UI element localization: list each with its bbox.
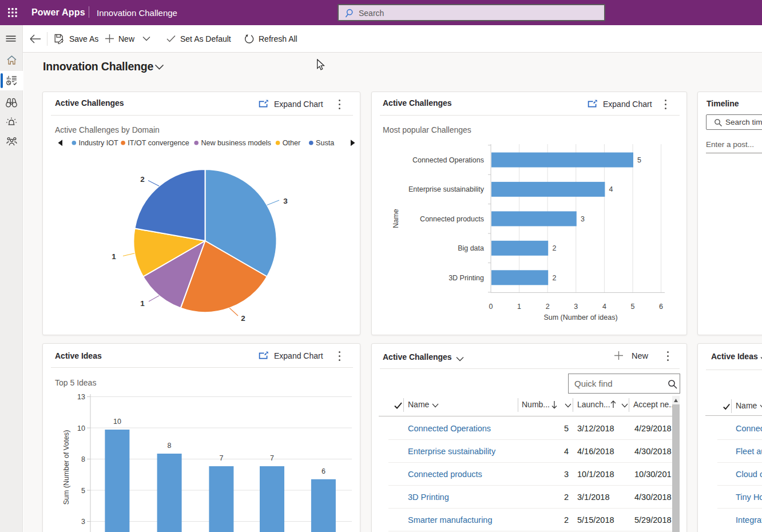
svg-text:Sum (Number of Votes): Sum (Number of Votes) [62, 430, 70, 505]
svg-text:Susta: Susta [316, 139, 334, 147]
svg-text:Name: Name [392, 209, 400, 228]
svg-text:1: 1 [112, 252, 116, 261]
svg-text:3: 3 [81, 518, 85, 526]
svg-text:0: 0 [489, 303, 493, 311]
svg-text:3: 3 [283, 197, 288, 205]
svg-text:10: 10 [77, 424, 85, 432]
svg-text:5: 5 [631, 303, 635, 311]
svg-text:3D Printing: 3D Printing [449, 274, 484, 282]
svg-text:2: 2 [241, 314, 245, 323]
svg-text:6: 6 [322, 467, 326, 475]
svg-text:8: 8 [168, 442, 172, 450]
svg-text:Connected products: Connected products [420, 215, 484, 223]
svg-text:6: 6 [659, 303, 663, 311]
svg-text:Sum (Number of ideas): Sum (Number of ideas) [543, 313, 617, 321]
svg-text:5: 5 [637, 156, 641, 164]
svg-text:Enterprise sustainability: Enterprise sustainability [408, 185, 485, 193]
svg-text:2: 2 [553, 244, 557, 252]
svg-text:Big data: Big data [458, 244, 484, 252]
svg-text:13: 13 [77, 393, 85, 401]
svg-text:5: 5 [81, 487, 85, 495]
svg-text:2: 2 [546, 303, 550, 311]
svg-text:8: 8 [81, 455, 85, 463]
svg-text:3: 3 [574, 303, 578, 311]
svg-text:IT/OT convergence: IT/OT convergence [128, 139, 189, 147]
svg-text:7: 7 [219, 454, 223, 462]
svg-text:7: 7 [270, 454, 274, 462]
svg-text:1: 1 [517, 303, 521, 311]
svg-text:2: 2 [140, 175, 145, 184]
svg-text:New business models: New business models [201, 139, 271, 147]
svg-text:1: 1 [140, 299, 145, 308]
svg-text:Connected Operations: Connected Operations [412, 156, 484, 164]
svg-text:10: 10 [113, 418, 121, 426]
svg-text:3: 3 [581, 215, 585, 223]
svg-text:Other: Other [283, 139, 301, 147]
svg-text:4: 4 [609, 185, 613, 193]
svg-text:Industry IOT: Industry IOT [79, 139, 119, 147]
svg-text:4: 4 [602, 303, 606, 311]
svg-text:2: 2 [553, 274, 557, 282]
